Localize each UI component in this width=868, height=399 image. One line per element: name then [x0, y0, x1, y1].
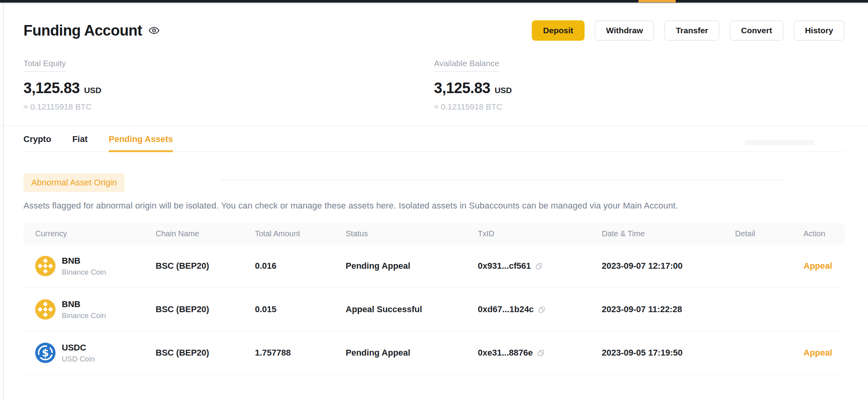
abnormal-asset-origin-badge: Abnormal Asset Origin — [23, 173, 125, 192]
currency-cell: $ USDC USD Coin — [23, 343, 144, 363]
table-row: BNB Binance Coin BSC (BEP20) 0.016 Pendi… — [23, 244, 845, 288]
status-cell: Pending Appeal — [334, 261, 466, 271]
total-equity-currency: USD — [84, 86, 101, 95]
table-row: BNB Binance Coin BSC (BEP20) 0.015 Appea… — [23, 288, 845, 331]
column-header-date-time: Date & Time — [590, 229, 723, 238]
appeal-link[interactable]: Appeal — [803, 348, 832, 358]
page-left-edge-divider — [3, 4, 4, 399]
skeleton-placeholder — [745, 140, 814, 146]
coin-name: Binance Coin — [62, 311, 106, 320]
coin-symbol: BNB — [62, 299, 106, 309]
txid-cell: 0x931...cf561 — [466, 261, 590, 271]
txid-cell: 0xe31...8876e — [466, 348, 590, 358]
total-amount-cell: 0.015 — [243, 304, 334, 315]
currency-cell: BNB Binance Coin — [23, 256, 144, 277]
copy-icon[interactable] — [535, 262, 543, 270]
pending-assets-table: Currency Chain Name Total Amount Status … — [23, 223, 845, 375]
copy-icon[interactable] — [537, 349, 545, 357]
svg-text:$: $ — [42, 347, 49, 359]
txid-value: 0x931...cf561 — [478, 261, 531, 271]
tab-fiat[interactable]: Fiat — [72, 126, 88, 151]
total-equity-block: Total Equity 3,125.83 USD ≈ 0.12115918 B… — [23, 59, 434, 111]
skeleton-line — [220, 180, 786, 180]
page-header: Funding Account Deposit Withdraw Transfe… — [23, 20, 845, 41]
date-time-cell: 2023-09-05 17:19:50 — [590, 348, 723, 358]
column-header-detail: Detail — [723, 229, 792, 238]
total-amount-cell: 0.016 — [243, 261, 334, 271]
usdc-coin-icon: $ — [35, 343, 56, 363]
top-progress-bar — [0, 0, 868, 3]
column-header-status: Status — [334, 229, 466, 238]
bnb-coin-icon — [35, 299, 56, 320]
withdraw-button[interactable]: Withdraw — [595, 20, 654, 41]
available-balance-currency: USD — [495, 86, 512, 95]
currency-cell: BNB Binance Coin — [23, 299, 144, 320]
deposit-button[interactable]: Deposit — [532, 20, 585, 41]
funding-account-page: Funding Account Deposit Withdraw Transfe… — [0, 0, 868, 399]
eye-icon[interactable] — [148, 25, 160, 36]
total-amount-cell: 1.757788 — [243, 348, 334, 358]
chain-name-cell: BSC (BEP20) — [144, 348, 243, 358]
coin-name: Binance Coin — [62, 268, 106, 277]
available-balance-label: Available Balance — [434, 59, 499, 72]
date-time-cell: 2023-09-07 12:17:00 — [590, 261, 723, 271]
table-header-row: Currency Chain Name Total Amount Status … — [23, 223, 845, 244]
asset-tabs: Crypto Fiat Pending Assets — [23, 126, 845, 152]
tab-crypto[interactable]: Crypto — [23, 126, 51, 151]
column-header-action: Action — [792, 229, 845, 238]
column-header-total-amount: Total Amount — [243, 229, 334, 238]
history-button[interactable]: History — [794, 20, 845, 41]
account-actions: Deposit Withdraw Transfer Convert Histor… — [532, 20, 845, 41]
column-header-currency: Currency — [23, 229, 144, 238]
date-time-cell: 2023-09-07 11:22:28 — [590, 304, 723, 315]
txid-value: 0xd67...1b24c — [478, 304, 534, 315]
status-cell: Pending Appeal — [334, 348, 466, 358]
coin-name: USD Coin — [62, 355, 95, 363]
convert-button[interactable]: Convert — [730, 20, 783, 41]
total-equity-label: Total Equity — [23, 59, 66, 72]
page-title: Funding Account — [23, 22, 142, 39]
txid-cell: 0xd67...1b24c — [466, 304, 590, 315]
chain-name-cell: BSC (BEP20) — [144, 304, 243, 315]
copy-icon[interactable] — [538, 306, 546, 314]
available-balance-value: 3,125.83 — [434, 80, 490, 97]
progress-indicator — [638, 0, 676, 2]
table-row: $ USDC USD Coin BSC (BEP20) 1.757788 Pen… — [23, 331, 845, 375]
column-header-txid: TxID — [466, 229, 590, 238]
tab-pending-assets[interactable]: Pending Assets — [109, 126, 173, 152]
transfer-button[interactable]: Transfer — [664, 20, 719, 41]
coin-symbol: USDC — [62, 343, 95, 353]
column-header-chain-name: Chain Name — [144, 229, 243, 238]
bnb-coin-icon — [35, 256, 56, 276]
total-equity-value: 3,125.83 — [23, 80, 80, 97]
chain-name-cell: BSC (BEP20) — [144, 261, 243, 271]
available-balance-block: Available Balance 3,125.83 USD ≈ 0.12115… — [434, 59, 845, 111]
status-cell: Appeal Successful — [334, 304, 466, 315]
pending-assets-description: Assets flagged for abnormal origin will … — [23, 201, 845, 211]
total-equity-btc-approx: ≈ 0.12115918 BTC — [23, 102, 434, 111]
available-balance-btc-approx: ≈ 0.12115918 BTC — [434, 102, 845, 111]
coin-symbol: BNB — [62, 256, 106, 266]
balances-section: Total Equity 3,125.83 USD ≈ 0.12115918 B… — [23, 59, 845, 111]
txid-value: 0xe31...8876e — [478, 348, 533, 358]
appeal-link[interactable]: Appeal — [803, 261, 832, 271]
